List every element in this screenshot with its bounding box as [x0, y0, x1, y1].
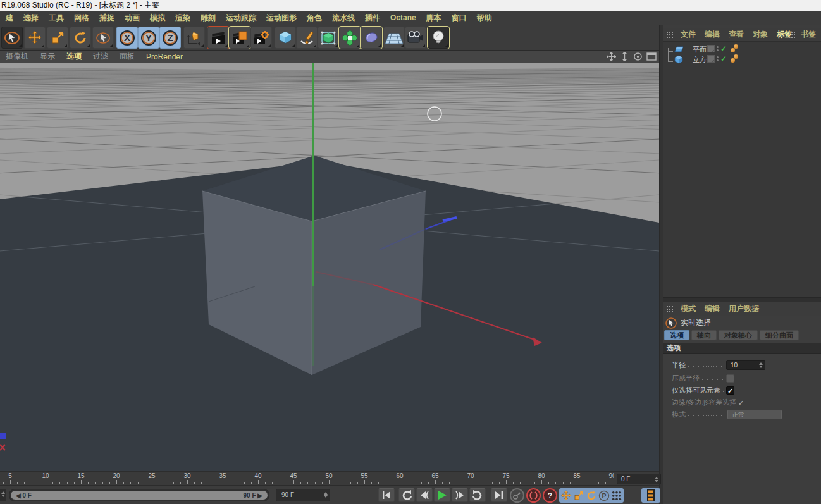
next-key-button[interactable]: [469, 488, 486, 502]
menubar-item[interactable]: 建: [1, 13, 18, 23]
key-point-level-icon[interactable]: [611, 490, 622, 501]
auto-keying-button[interactable]: [526, 488, 541, 503]
enable-check-icon[interactable]: ✓: [720, 45, 727, 52]
preview-range-bar[interactable]: ◀ 0 F 90 F ▶: [11, 491, 268, 500]
tab-object-axis[interactable]: 对象轴心: [719, 330, 758, 340]
om-menu-file[interactable]: 文件: [676, 29, 700, 40]
radius-spinner[interactable]: [758, 362, 763, 369]
pen-spline-button[interactable]: [296, 27, 318, 49]
visibility-toggles[interactable]: ✓: [707, 55, 727, 63]
current-frame-field[interactable]: 0 F: [617, 474, 661, 484]
visibility-dots-icon[interactable]: [717, 56, 719, 61]
go-to-start-button[interactable]: [378, 488, 395, 502]
maximize-view-icon[interactable]: [646, 52, 657, 61]
lock-z-axis-button[interactable]: Z: [159, 27, 181, 49]
menubar-item[interactable]: 脚本: [421, 13, 447, 23]
phong-tag-icon[interactable]: [730, 44, 740, 54]
last-tool-button[interactable]: [92, 27, 114, 49]
mode-dropdown[interactable]: 正常: [727, 410, 782, 419]
viewport-menu-camera[interactable]: 摄像机: [0, 51, 34, 62]
subdivision-surface-button[interactable]: [318, 27, 339, 49]
menubar-item[interactable]: Octane: [385, 13, 421, 22]
am-menu-edit[interactable]: 编辑: [700, 304, 724, 314]
render-picture-viewer-button[interactable]: [229, 27, 250, 49]
menubar-item[interactable]: 网格: [69, 13, 94, 23]
keyframe-selection-button[interactable]: [641, 488, 660, 503]
timeline-ruler[interactable]: 51015202530354045505560657075808590 0 F: [0, 471, 659, 485]
viewport-menu-filter[interactable]: 过滤: [87, 51, 114, 62]
menubar-item[interactable]: 雕刻: [195, 13, 221, 23]
viewport-menu-display[interactable]: 显示: [34, 51, 61, 62]
deformer-button[interactable]: [361, 27, 382, 49]
layer-icon[interactable]: [707, 45, 715, 52]
render-settings-button[interactable]: [250, 27, 272, 49]
menubar-item[interactable]: 插件: [360, 13, 385, 23]
camera-button[interactable]: [405, 27, 426, 49]
phong-tag-icon[interactable]: [730, 54, 740, 65]
next-frame-button[interactable]: [452, 488, 468, 502]
am-menu-userdata[interactable]: 用户数据: [724, 304, 763, 314]
menubar-item[interactable]: 流水线: [327, 13, 360, 23]
menubar-item[interactable]: 帮助: [472, 13, 497, 23]
cube-primitive-button[interactable]: [275, 27, 296, 49]
tolerance-checkbox[interactable]: ✓: [738, 398, 744, 407]
section-header[interactable]: 选项: [663, 343, 821, 354]
om-menu-object[interactable]: 对象: [748, 29, 772, 40]
menubar-item[interactable]: 运动图形: [261, 13, 302, 23]
end-frame-field[interactable]: 90 F: [276, 489, 330, 501]
object-row-cube[interactable]: 立方体 ✓: [663, 54, 821, 65]
go-to-end-button[interactable]: [491, 488, 507, 502]
visibility-dots-icon[interactable]: [717, 46, 719, 51]
visible-only-checkbox[interactable]: ✓: [726, 386, 734, 395]
lock-x-axis-button[interactable]: X: [116, 27, 138, 49]
menubar-item[interactable]: 运动跟踪: [221, 13, 261, 23]
menubar-item[interactable]: 捕捉: [94, 13, 120, 23]
key-position-icon[interactable]: [560, 490, 572, 501]
viewport-menu-panel[interactable]: 面板: [114, 51, 140, 62]
menubar-item[interactable]: 选择: [18, 13, 44, 23]
mograph-button[interactable]: [339, 27, 361, 49]
panel-options-icon[interactable]: [788, 31, 796, 39]
om-menu-edit[interactable]: 编辑: [700, 29, 724, 40]
am-menu-mode[interactable]: 模式: [676, 304, 700, 314]
orbit-view-icon[interactable]: [633, 52, 643, 61]
pressure-checkbox[interactable]: [726, 374, 734, 383]
key-parameter-icon[interactable]: P: [598, 490, 610, 501]
tab-subdivision[interactable]: 细分曲面: [760, 330, 799, 340]
floor-button[interactable]: [383, 27, 405, 49]
viewport-menu-prorender[interactable]: ProRender: [140, 52, 188, 61]
menubar-item[interactable]: 角色: [302, 13, 327, 23]
cropped-field-spinner[interactable]: [0, 490, 6, 498]
om-menu-bookmarks[interactable]: 书签: [796, 29, 820, 40]
drag-handle-icon[interactable]: [666, 31, 673, 38]
key-rotation-icon[interactable]: [586, 490, 597, 501]
viewport-3d[interactable]: [0, 63, 659, 471]
panel-splitter[interactable]: [663, 297, 821, 302]
drag-handle-icon[interactable]: [666, 305, 673, 312]
viewport-menu-options[interactable]: 选项: [61, 51, 87, 62]
move-tool-button[interactable]: [24, 27, 46, 49]
object-row-plane[interactable]: 平面 ✓: [663, 44, 821, 54]
tab-orientation[interactable]: 轴向: [691, 330, 717, 340]
visibility-toggles[interactable]: ✓: [707, 45, 727, 52]
object-name[interactable]: 平面: [693, 45, 707, 54]
record-keyframe-button[interactable]: [510, 488, 524, 503]
rotate-tool-button[interactable]: [70, 27, 91, 49]
play-forward-button[interactable]: [434, 488, 450, 502]
menubar-item[interactable]: 窗口: [447, 13, 472, 23]
tab-options[interactable]: 选项: [664, 330, 689, 340]
menubar-item[interactable]: 渲染: [170, 13, 195, 23]
radius-input[interactable]: 10: [726, 360, 765, 370]
menubar-item[interactable]: 工具: [44, 13, 69, 23]
coordinate-system-button[interactable]: [183, 27, 205, 49]
previous-key-button[interactable]: [398, 488, 415, 502]
layer-icon[interactable]: [707, 55, 715, 63]
light-button[interactable]: [428, 27, 449, 49]
render-view-button[interactable]: [207, 27, 229, 49]
menubar-item[interactable]: 动画: [120, 13, 145, 23]
enable-check-icon[interactable]: ✓: [720, 55, 727, 63]
previous-frame-button[interactable]: [416, 488, 433, 502]
lock-y-axis-button[interactable]: Y: [138, 27, 159, 49]
keying-help-button[interactable]: ?: [543, 488, 557, 503]
scale-tool-button[interactable]: [47, 27, 68, 49]
